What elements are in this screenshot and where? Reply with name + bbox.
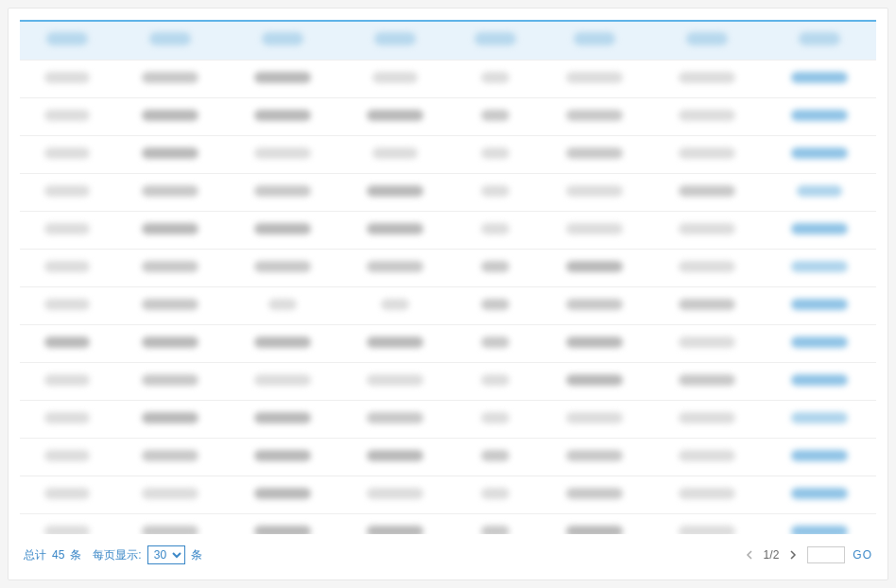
header-placeholder bbox=[799, 32, 840, 45]
cell-placeholder bbox=[142, 110, 198, 121]
table-cell bbox=[764, 249, 876, 286]
cell-placeholder bbox=[791, 223, 848, 234]
header-placeholder bbox=[46, 32, 88, 45]
cell-placeholder bbox=[44, 299, 90, 310]
table-cell bbox=[338, 97, 451, 135]
cell-placeholder bbox=[791, 147, 848, 159]
column-header[interactable] bbox=[338, 22, 451, 60]
table-row[interactable] bbox=[20, 135, 876, 173]
table-row[interactable] bbox=[20, 476, 876, 513]
cell-placeholder bbox=[372, 72, 418, 83]
cell-placeholder bbox=[254, 185, 311, 197]
table-row[interactable] bbox=[20, 362, 876, 400]
cell-placeholder bbox=[142, 412, 198, 424]
cell-placeholder bbox=[254, 526, 311, 535]
cell-placeholder bbox=[44, 488, 90, 499]
cell-placeholder bbox=[791, 337, 848, 348]
cell-placeholder bbox=[44, 450, 90, 461]
cell-placeholder bbox=[367, 374, 423, 386]
table-scroll-area[interactable] bbox=[20, 22, 876, 534]
table-cell bbox=[226, 211, 338, 249]
cell-placeholder bbox=[44, 374, 90, 386]
table-cell bbox=[338, 60, 451, 97]
cell-placeholder bbox=[791, 299, 848, 310]
cell-placeholder bbox=[44, 110, 90, 121]
cell-placeholder bbox=[566, 337, 623, 348]
cell-placeholder bbox=[142, 450, 198, 461]
cell-placeholder bbox=[367, 185, 423, 197]
column-header[interactable] bbox=[539, 22, 651, 60]
table-cell bbox=[764, 286, 876, 324]
table-cell bbox=[451, 476, 539, 513]
cell-placeholder bbox=[679, 223, 735, 234]
table-cell bbox=[20, 286, 113, 324]
table-cell bbox=[764, 211, 876, 249]
table-row[interactable] bbox=[20, 60, 876, 97]
table-row[interactable] bbox=[20, 400, 876, 438]
cell-placeholder bbox=[481, 261, 509, 272]
cell-placeholder bbox=[791, 412, 848, 424]
column-header[interactable] bbox=[113, 22, 226, 60]
go-button[interactable]: GO bbox=[853, 548, 872, 562]
table-cell bbox=[764, 438, 876, 476]
table-row[interactable] bbox=[20, 173, 876, 211]
table-row[interactable] bbox=[20, 211, 876, 249]
prev-page-icon[interactable] bbox=[743, 548, 756, 562]
cell-placeholder bbox=[254, 110, 311, 121]
table-row[interactable] bbox=[20, 97, 876, 135]
cell-placeholder bbox=[367, 412, 423, 424]
cell-placeholder bbox=[142, 147, 198, 159]
page-number-input[interactable] bbox=[807, 546, 845, 563]
table-cell bbox=[651, 286, 764, 324]
table-cell bbox=[651, 173, 764, 211]
cell-placeholder bbox=[481, 299, 509, 310]
column-header[interactable] bbox=[451, 22, 539, 60]
header-placeholder bbox=[262, 32, 303, 45]
table-cell bbox=[226, 362, 338, 400]
column-header[interactable] bbox=[764, 22, 876, 60]
total-label: 总计 bbox=[24, 547, 46, 563]
table-cell bbox=[539, 438, 651, 476]
table-cell bbox=[539, 476, 651, 513]
cell-placeholder bbox=[679, 110, 735, 121]
table-cell bbox=[113, 400, 226, 438]
table-cell bbox=[651, 438, 764, 476]
cell-placeholder bbox=[44, 147, 90, 159]
cell-placeholder bbox=[791, 488, 848, 499]
cell-placeholder bbox=[566, 110, 623, 121]
next-page-icon[interactable] bbox=[786, 548, 800, 562]
table-row[interactable] bbox=[20, 324, 876, 362]
cell-placeholder bbox=[142, 488, 198, 499]
column-header[interactable] bbox=[20, 22, 113, 60]
table-cell bbox=[451, 173, 539, 211]
cell-placeholder bbox=[566, 299, 623, 310]
table-cell bbox=[226, 60, 338, 97]
column-header[interactable] bbox=[651, 22, 764, 60]
table-cell bbox=[113, 97, 226, 135]
table-cell bbox=[20, 438, 113, 476]
cell-placeholder bbox=[791, 450, 848, 461]
table-cell bbox=[764, 476, 876, 513]
table-container bbox=[20, 20, 876, 534]
table-row[interactable] bbox=[20, 249, 876, 286]
table-row[interactable] bbox=[20, 513, 876, 534]
page-size-select[interactable]: 30 bbox=[147, 545, 185, 564]
table-cell bbox=[539, 324, 651, 362]
cell-placeholder bbox=[44, 185, 90, 197]
cell-placeholder bbox=[791, 72, 848, 83]
per-page-label: 每页显示: bbox=[93, 547, 141, 563]
header-placeholder bbox=[474, 32, 516, 45]
table-body bbox=[20, 60, 876, 534]
cell-placeholder bbox=[142, 223, 198, 234]
column-header[interactable] bbox=[226, 22, 338, 60]
cell-placeholder bbox=[44, 223, 90, 234]
cell-placeholder bbox=[367, 223, 423, 234]
table-row[interactable] bbox=[20, 286, 876, 324]
table-row[interactable] bbox=[20, 438, 876, 476]
table-cell bbox=[338, 513, 451, 534]
table-cell bbox=[539, 249, 651, 286]
table-cell bbox=[539, 211, 651, 249]
cell-placeholder bbox=[254, 223, 311, 234]
cell-placeholder bbox=[254, 412, 311, 424]
cell-placeholder bbox=[142, 185, 198, 197]
